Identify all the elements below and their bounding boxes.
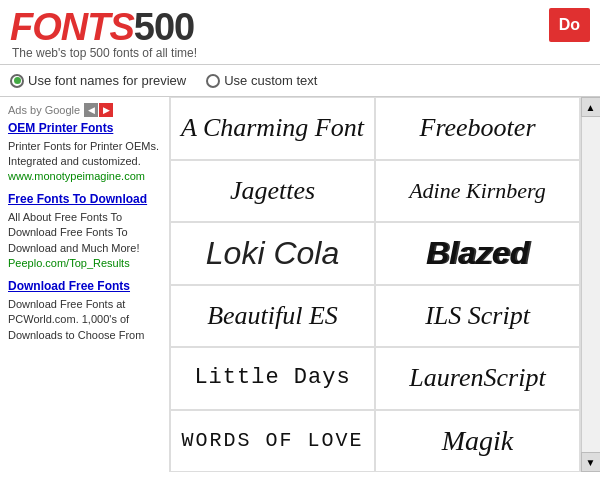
logo: FONTS500 [10, 8, 194, 46]
ads-label: Ads by Google ◀ ▶ [8, 103, 161, 117]
font-display-11: Magik [442, 427, 514, 455]
font-cell-3[interactable]: Adine Kirnberg [375, 160, 580, 223]
font-display-0: A Charming Font [181, 115, 364, 141]
ad-url-1[interactable]: Peeplo.com/Top_Results [8, 257, 161, 269]
font-cell-2[interactable]: Jagettes [170, 160, 375, 223]
font-display-6: Beautiful ES [207, 303, 338, 329]
font-cell-1[interactable]: Freebooter [375, 97, 580, 160]
ad-text-1: All About Free Fonts To Download Free Fo… [8, 210, 161, 256]
font-display-7: ILS Script [425, 303, 530, 329]
font-cell-5[interactable]: Blazed [375, 222, 580, 285]
ad-text-2: Download Free Fonts at PCWorld.com. 1,00… [8, 297, 161, 343]
radio-font-names[interactable] [10, 74, 24, 88]
ad-url-0[interactable]: www.monotypeimagine.com [8, 170, 161, 182]
logo-area: FONTS500 The web's top 500 fonts of all … [10, 8, 197, 60]
scroll-column: ▲ ▼ [580, 97, 600, 472]
font-grid: A Charming Font Freebooter Jagettes Adin… [170, 97, 600, 472]
ad-title-2[interactable]: Download Free Fonts [8, 279, 161, 295]
logo-tagline: The web's top 500 fonts of all time! [12, 46, 197, 60]
font-cell-4[interactable]: Loki Cola [170, 222, 375, 285]
option-custom-text-label: Use custom text [224, 73, 317, 88]
font-cell-6[interactable]: Beautiful ES [170, 285, 375, 348]
font-display-5: Blazed [426, 237, 529, 269]
option-custom-text[interactable]: Use custom text [206, 73, 317, 88]
font-display-1: Freebooter [420, 115, 536, 141]
ad-text-0: Printer Fonts for Printer OEMs. Integrat… [8, 139, 161, 170]
ad-block-0: OEM Printer Fonts Printer Fonts for Prin… [8, 121, 161, 182]
ad-title-1[interactable]: Free Fonts To Download [8, 192, 161, 208]
scroll-down-btn[interactable]: ▼ [581, 452, 601, 472]
ad-block-1: Free Fonts To Download All About Free Fo… [8, 192, 161, 269]
scroll-up-btn[interactable]: ▲ [581, 97, 601, 117]
radio-custom-text[interactable] [206, 74, 220, 88]
ads-text: Ads by Google [8, 104, 80, 116]
do-button[interactable]: Do [549, 8, 590, 42]
option-font-names-label: Use font names for preview [28, 73, 186, 88]
sidebar: Ads by Google ◀ ▶ OEM Printer Fonts Prin… [0, 97, 170, 472]
font-display-3: Adine Kirnberg [409, 180, 546, 202]
option-font-names[interactable]: Use font names for preview [10, 73, 186, 88]
header: FONTS500 The web's top 500 fonts of all … [0, 0, 600, 65]
font-display-8: Little Days [194, 367, 350, 389]
nav-arrows: ◀ ▶ [84, 103, 113, 117]
font-display-2: Jagettes [230, 178, 315, 204]
font-display-10: WORDS OF LOVE [181, 431, 363, 451]
font-cell-8[interactable]: Little Days [170, 347, 375, 410]
font-cell-7[interactable]: ILS Script [375, 285, 580, 348]
font-cell-10[interactable]: WORDS OF LOVE [170, 410, 375, 473]
logo-number: 500 [134, 6, 194, 48]
next-arrow[interactable]: ▶ [99, 103, 113, 117]
font-display-4: Loki Cola [206, 237, 339, 269]
font-display-9: LaurenScript [409, 365, 545, 391]
logo-fonts: FONTS [10, 6, 134, 48]
font-cell-0[interactable]: A Charming Font [170, 97, 375, 160]
font-cell-9[interactable]: LaurenScript [375, 347, 580, 410]
main-content: Ads by Google ◀ ▶ OEM Printer Fonts Prin… [0, 97, 600, 472]
radio-inner-selected [14, 77, 21, 84]
ad-title-0[interactable]: OEM Printer Fonts [8, 121, 161, 137]
ad-block-2: Download Free Fonts Download Free Fonts … [8, 279, 161, 343]
prev-arrow[interactable]: ◀ [84, 103, 98, 117]
font-cell-11[interactable]: Magik [375, 410, 580, 473]
options-bar: Use font names for preview Use custom te… [0, 65, 600, 97]
